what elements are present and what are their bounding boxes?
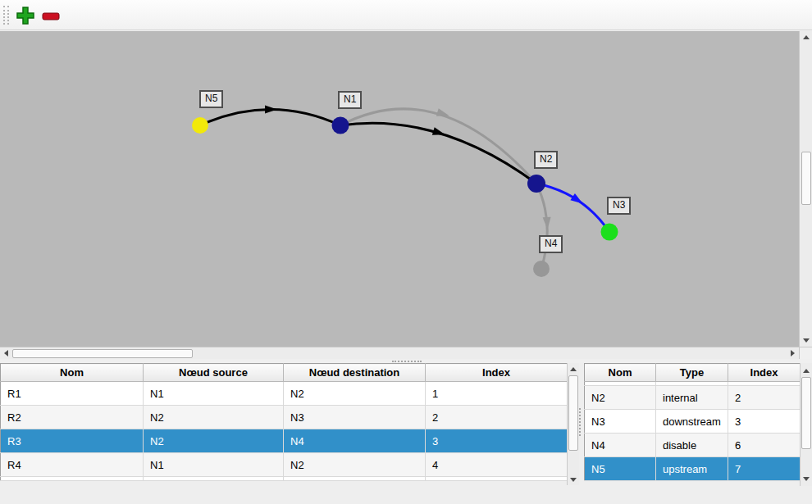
scrollbar-corner xyxy=(799,347,812,359)
scroll-down-button[interactable] xyxy=(568,474,579,485)
column-header-nom[interactable]: Nom xyxy=(585,364,656,382)
graph-svg xyxy=(0,31,799,347)
cell-destination[interactable]: N4 xyxy=(284,429,426,453)
cell-source[interactable]: N2 xyxy=(144,406,284,429)
cell-index[interactable]: 7 xyxy=(728,457,801,481)
edge-n1-n2-gray[interactable] xyxy=(340,109,536,184)
cell-nom[interactable]: R4 xyxy=(1,453,144,477)
node-label-n5[interactable]: N5 xyxy=(199,90,223,108)
toolbar xyxy=(0,0,812,30)
triangle-down-icon xyxy=(803,338,810,343)
table-row[interactable]: N2 internal 2 xyxy=(585,386,801,410)
arrowhead-n5-n1-icon xyxy=(265,106,277,114)
column-header-index[interactable]: Index xyxy=(728,364,801,382)
cell-type[interactable]: downstream xyxy=(656,410,728,434)
cell-index[interactable]: 2 xyxy=(426,406,568,429)
arrowhead-n1-n2-black-icon xyxy=(432,127,446,138)
minus-icon xyxy=(40,5,62,26)
triangle-up-icon xyxy=(803,35,810,39)
cell-type[interactable]: internal xyxy=(656,386,728,410)
column-header-index[interactable]: Index xyxy=(426,364,568,382)
cell-nom[interactable]: N2 xyxy=(585,386,656,410)
triangle-left-icon xyxy=(4,350,8,356)
scroll-up-button[interactable] xyxy=(800,31,812,43)
cell-index[interactable]: 1 xyxy=(426,382,568,406)
bottom-panel: Nom Nœud source Nœud destination Index R… xyxy=(0,363,812,504)
cell-nom[interactable]: N3 xyxy=(585,410,656,434)
scroll-up-button[interactable] xyxy=(568,363,579,375)
column-header-destination[interactable]: Nœud destination xyxy=(284,364,426,382)
edges-table-scrollbar[interactable] xyxy=(567,363,579,485)
nodes-table-scrollbar[interactable] xyxy=(800,363,812,486)
edges-table-header-row: Nom Nœud source Nœud destination Index xyxy=(1,364,568,382)
triangle-down-icon xyxy=(570,478,577,482)
empty-row xyxy=(1,477,568,481)
node-label-n1[interactable]: N1 xyxy=(338,91,362,109)
canvas-vertical-scrollbar[interactable] xyxy=(799,31,812,347)
column-header-type[interactable]: Type xyxy=(656,364,728,382)
node-label-n2[interactable]: N2 xyxy=(534,151,558,169)
nodes-table: Nom Type Index N2 internal 2 N3 downstre… xyxy=(584,363,801,481)
scroll-down-button[interactable] xyxy=(800,334,812,347)
cell-type[interactable]: disable xyxy=(656,434,728,457)
table-row-selected[interactable]: N5 upstream 7 xyxy=(585,457,801,481)
cell-index[interactable]: 4 xyxy=(426,453,568,477)
table-row[interactable]: R2 N2 N3 2 xyxy=(1,406,568,429)
triangle-right-icon xyxy=(791,350,795,356)
edge-n2-n4[interactable] xyxy=(536,184,547,269)
app-window: { "toolbar": { "buttons": [ { "name": "a… xyxy=(0,0,812,504)
vertical-scroll-thumb[interactable] xyxy=(801,377,811,449)
cell-source[interactable]: N1 xyxy=(144,453,284,477)
node-label-n3[interactable]: N3 xyxy=(607,197,631,215)
cell-destination[interactable]: N2 xyxy=(284,453,426,477)
canvas-horizontal-scrollbar[interactable] xyxy=(0,347,799,359)
triangle-down-icon xyxy=(803,477,810,481)
scroll-down-button[interactable] xyxy=(801,473,812,484)
column-header-nom[interactable]: Nom xyxy=(1,364,144,382)
vertical-scroll-thumb[interactable] xyxy=(801,152,811,205)
vertical-splitter-handle-icon[interactable] xyxy=(579,408,581,436)
cell-source[interactable]: N1 xyxy=(144,382,284,406)
cell-nom[interactable]: N4 xyxy=(585,434,656,457)
cell-source[interactable]: N2 xyxy=(144,429,284,453)
table-row[interactable]: R4 N1 N2 4 xyxy=(1,453,568,477)
graph-canvas[interactable]: N5 N1 N2 N3 N4 xyxy=(0,31,799,347)
table-row[interactable]: N4 disable 6 xyxy=(585,434,801,457)
cell-index[interactable]: 3 xyxy=(426,429,568,453)
node-n3[interactable] xyxy=(601,224,618,241)
node-n1[interactable] xyxy=(332,117,349,134)
cell-nom[interactable]: R1 xyxy=(1,382,144,406)
cell-nom[interactable]: R3 xyxy=(1,429,144,453)
arrowhead-n2-n4-icon xyxy=(543,217,552,230)
vertical-scroll-thumb[interactable] xyxy=(568,375,578,451)
add-button[interactable] xyxy=(14,4,36,26)
nodes-table-header-row: Nom Type Index xyxy=(585,364,801,382)
cell-index[interactable]: 2 xyxy=(728,386,801,410)
table-row[interactable]: N3 downstream 3 xyxy=(585,410,801,434)
plus-icon xyxy=(15,5,36,26)
cell-nom[interactable]: R2 xyxy=(1,406,144,429)
horizontal-scroll-thumb[interactable] xyxy=(12,349,193,358)
edges-table: Nom Nœud source Nœud destination Index R… xyxy=(0,363,568,481)
cell-type[interactable]: upstream xyxy=(656,457,728,481)
splitter-handle-icon xyxy=(392,361,422,362)
cell-nom[interactable]: N5 xyxy=(585,457,656,481)
cell-destination[interactable]: N3 xyxy=(284,406,426,429)
cell-index[interactable]: 3 xyxy=(728,410,801,434)
column-header-source[interactable]: Nœud source xyxy=(144,364,284,382)
node-n2[interactable] xyxy=(527,175,545,193)
table-row-selected[interactable]: R3 N2 N4 3 xyxy=(1,429,568,453)
toolbar-drag-handle[interactable] xyxy=(3,6,9,25)
table-row[interactable]: R1 N1 N2 1 xyxy=(1,382,568,406)
triangle-up-icon xyxy=(570,367,577,371)
node-label-n4[interactable]: N4 xyxy=(539,235,563,253)
remove-button[interactable] xyxy=(39,4,62,26)
node-n5[interactable] xyxy=(192,117,208,134)
scroll-up-button[interactable] xyxy=(801,365,812,376)
cell-index[interactable]: 6 xyxy=(728,434,801,457)
scroll-right-button[interactable] xyxy=(787,347,799,359)
node-n4[interactable] xyxy=(533,261,550,277)
cell-destination[interactable]: N2 xyxy=(284,382,426,406)
edge-n5-n1[interactable] xyxy=(200,110,340,126)
scroll-left-button[interactable] xyxy=(0,347,12,359)
